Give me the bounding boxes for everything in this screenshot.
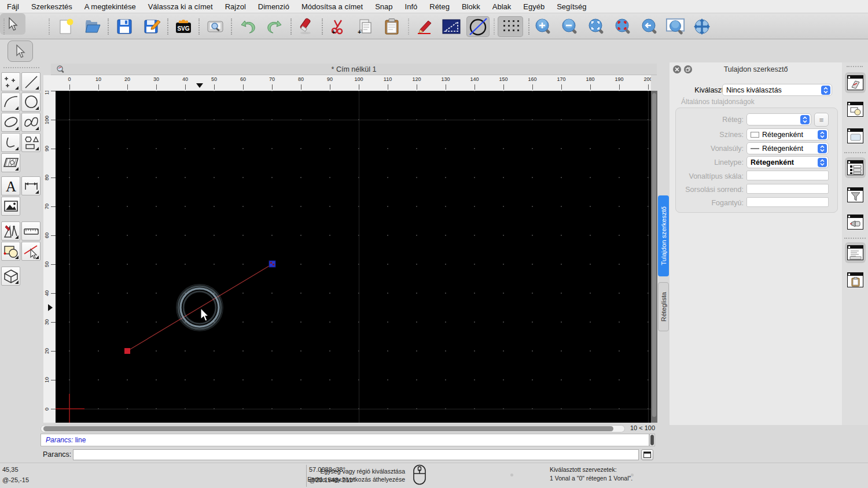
menu-view[interactable]: A megtekintése [84,2,136,11]
redo-button[interactable] [265,16,285,37]
command-window-button[interactable] [641,449,653,460]
stepper-icon[interactable] [818,144,827,153]
zoom-window-button[interactable] [665,16,685,37]
menu-dimension[interactable]: Dimenzió [258,2,289,11]
layer-list-button[interactable]: ≡ [814,113,829,127]
image-tool-button[interactable] [1,197,20,216]
point-tool-button[interactable] [1,72,20,91]
tab-layer-list[interactable]: Réteglista [658,282,669,331]
zoom-auto-button[interactable] [587,16,606,37]
save-button[interactable] [115,16,134,37]
linetype-scale-label: Vonaltípus skála: [674,172,744,180]
menu-edit[interactable]: Szerkesztés [31,2,72,11]
menu-help[interactable]: Segítség [557,2,586,11]
ellipse-tool-button[interactable] [1,113,20,132]
cut-button[interactable]: + [328,16,347,37]
edit-entity-button[interactable] [414,16,434,37]
layer-label: Réteg: [674,116,744,124]
color-dropdown[interactable]: Rétegenként [746,128,829,141]
svg-export-button[interactable]: SVG [174,16,193,37]
panel-draft-button[interactable] [845,72,866,93]
panel-view-button[interactable] [845,125,866,146]
linetype-dropdown[interactable]: Rétegenként [746,156,829,168]
toolbar-handle[interactable] [3,19,5,35]
ortho-constraint-button[interactable] [442,16,461,37]
linetype-scale-field[interactable] [746,171,829,180]
block-tool-button[interactable] [1,242,20,261]
panel-button-strip [842,62,868,425]
erase-button[interactable] [297,16,317,37]
menu-info[interactable]: Infó [405,2,418,11]
command-input[interactable] [73,449,639,460]
arc-tool-button[interactable] [1,93,20,112]
panel-clipboard-button[interactable] [845,269,866,290]
menu-window[interactable]: Ablak [492,2,512,11]
select-entity-tool-button[interactable] [21,242,41,261]
measure-tool-button[interactable] [21,221,41,241]
canvas-horizontal-scrollbar[interactable] [41,425,625,432]
spline-tool-button[interactable] [21,113,41,132]
draworder-field[interactable] [746,184,829,194]
selection-status-1: Kiválasztott szervezetek: [550,466,617,473]
coord-relative: @-25,-15 [2,476,29,483]
menu-misc[interactable]: Egyéb [523,2,545,11]
snap-auto-button[interactable] [466,16,490,37]
selection-dropdown[interactable]: Nincs kiválasztás [722,84,832,96]
line-start-grip[interactable] [124,348,130,354]
open-file-button[interactable] [83,16,102,37]
zoom-previous-button[interactable] [640,16,660,37]
paste-button[interactable] [382,16,402,37]
layer-dropdown[interactable] [746,113,811,125]
toolbar-handle[interactable] [49,19,50,35]
document-title: * Cím nélkül 1 [51,65,657,73]
panel-blocks-button[interactable] [845,99,866,120]
pick-tool-button[interactable] [8,40,33,62]
modify-tool-button[interactable] [1,221,20,241]
menu-layer[interactable]: Réteg [429,2,450,11]
panel-notify-button[interactable] [845,212,866,232]
polygon-tool-button[interactable] [21,133,41,152]
grid-toggle-button[interactable] [498,16,523,37]
polyline-tool-button[interactable] [1,133,20,152]
line-tool-button[interactable] [21,72,41,91]
circle-tool-button[interactable] [21,93,41,112]
zoom-out-button[interactable] [560,16,580,37]
undo-button[interactable] [238,16,258,37]
new-file-button[interactable] [56,16,76,37]
strip-handle[interactable] [847,66,863,67]
panel-filter-button[interactable] [845,184,866,205]
panel-properties-button[interactable] [845,157,866,178]
document-titlebar[interactable]: * Cím nélkül 1 [51,64,657,75]
copy-button[interactable]: + [355,16,374,37]
panel-command-button[interactable] [845,242,866,263]
save-as-button[interactable] [142,16,162,37]
stepper-icon[interactable] [821,86,830,95]
lineweight-dropdown[interactable]: Rétegenként [746,142,829,154]
menu-modify[interactable]: Módosítsa a címet [301,2,363,11]
stepper-icon[interactable] [818,158,827,167]
menu-draw[interactable]: Rajzol [225,2,246,11]
text-tool-button[interactable]: A [1,176,20,195]
zoom-selected-button[interactable] [613,16,633,37]
palette-handle[interactable] [3,67,39,68]
stepper-icon[interactable] [818,130,827,139]
zoom-in-button[interactable] [534,16,553,37]
dimension-tool-button[interactable] [21,176,41,195]
tab-property-editor[interactable]: Tulajdon szerkesztő [658,195,669,276]
line-end-grip[interactable] [269,261,275,267]
canvas-vertical-scrollbar[interactable] [651,91,657,423]
drawing-canvas[interactable] [56,91,651,423]
stepper-icon[interactable] [800,115,810,124]
command-history-scrollbar[interactable] [649,434,655,446]
handle-field[interactable] [746,197,829,207]
pan-button[interactable] [692,16,712,37]
menu-block[interactable]: Blokk [462,2,480,11]
hatch-tool-button[interactable] [1,153,20,172]
menu-snap[interactable]: Snap [375,2,392,11]
view-3d-tool-button[interactable] [1,267,20,286]
line-entity[interactable] [127,264,272,351]
snap-circle-icon [468,17,488,36]
menu-select[interactable]: Válassza ki a címet [148,2,213,11]
print-preview-button[interactable] [205,16,225,37]
menu-file[interactable]: Fájl [7,2,19,11]
